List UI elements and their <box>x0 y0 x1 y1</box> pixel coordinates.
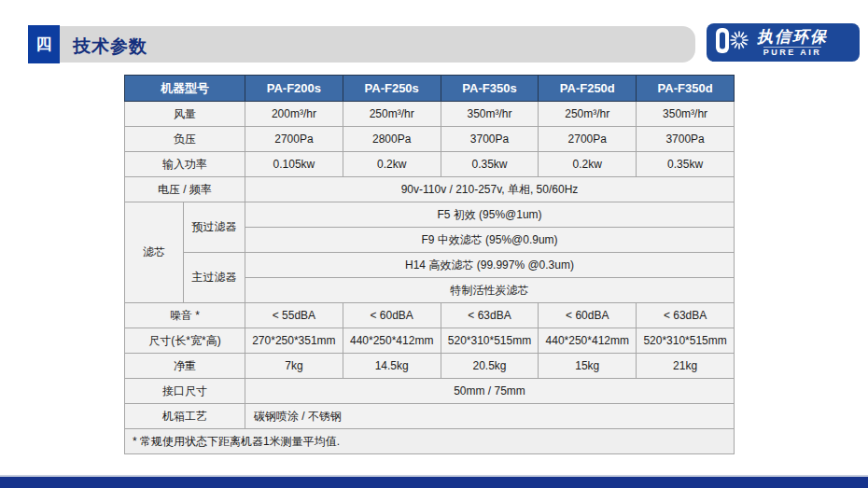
row-label: 风量 <box>125 102 245 127</box>
column-header-pa-f350s: PA-F350s <box>441 76 539 102</box>
spec-cell: 440*250*412mm <box>343 328 441 354</box>
spec-cell: 520*310*515mm <box>441 328 539 354</box>
table-footnote: * 常规使用状态下距离机器1米测量平均值. <box>125 429 735 454</box>
spec-cell: 440*250*412mm <box>539 328 637 354</box>
spec-cell: 3700Pa <box>441 127 539 152</box>
table-header-row: 机器型号 PA-F200s PA-F250s PA-F350s PA-F250d… <box>125 76 735 102</box>
spec-cell: 20.5kg <box>441 354 539 379</box>
spec-cell: 0.105kw <box>245 152 343 177</box>
column-header-model: 机器型号 <box>125 76 245 102</box>
spec-cell: 0.2kw <box>343 152 441 177</box>
column-header-pa-f350d: PA-F350d <box>637 76 735 102</box>
bottom-accent-bar <box>0 475 868 488</box>
row-label-main-filter: 主过滤器 <box>184 253 245 303</box>
row-airflow: 风量 200m³/hr 250m³/hr 350m³/hr 250m³/hr 3… <box>125 102 735 127</box>
spec-cell: < 55dBA <box>245 303 343 328</box>
spec-cell-merged: F5 初效 (95%@1um) <box>245 202 735 228</box>
spec-cell: 2700Pa <box>539 127 637 152</box>
spec-cell: 15kg <box>539 354 637 379</box>
row-label: 净重 <box>125 354 245 379</box>
spec-cell: 0.2kw <box>539 152 637 177</box>
spec-cell: 2700Pa <box>245 127 343 152</box>
spec-cell: < 60dBA <box>343 303 441 328</box>
row-label: 负压 <box>125 127 245 152</box>
row-input-power: 输入功率 0.105kw 0.2kw 0.35kw 0.2kw 0.35kw <box>125 152 735 177</box>
row-filter-main-1: 主过滤器 H14 高效滤芯 (99.997% @0.3um) <box>125 253 735 278</box>
spec-cell: < 63dBA <box>441 303 539 328</box>
spec-cell: 7kg <box>245 354 343 379</box>
section-number-badge: 四 <box>28 25 60 63</box>
row-label: 机箱工艺 <box>125 404 245 429</box>
row-label: 接口尺寸 <box>125 379 245 404</box>
spec-cell: 250m³/hr <box>343 102 441 127</box>
row-noise: 噪音 * < 55dBA < 60dBA < 63dBA < 60dBA < 6… <box>125 303 735 328</box>
row-label: 输入功率 <box>125 152 245 177</box>
spec-cell: 21kg <box>637 354 735 379</box>
spec-table-container: 机器型号 PA-F200s PA-F250s PA-F350s PA-F250d… <box>124 75 735 454</box>
row-negative-pressure: 负压 2700Pa 2800Pa 3700Pa 2700Pa 3700Pa <box>125 127 735 152</box>
spec-cell: 520*310*515mm <box>637 328 735 354</box>
spec-cell: 0.35kw <box>637 152 735 177</box>
spec-cell-merged: 特制活性炭滤芯 <box>245 278 735 303</box>
column-header-pa-f250d: PA-F250d <box>539 76 637 102</box>
spec-cell: 250m³/hr <box>539 102 637 127</box>
spec-cell: 14.5kg <box>343 354 441 379</box>
row-label: 电压 / 频率 <box>125 177 245 202</box>
fan-turbine-icon <box>714 25 751 61</box>
spec-cell-merged: 碳钢喷涂 / 不锈钢 <box>245 404 735 429</box>
spec-cell: 270*250*351mm <box>245 328 343 354</box>
row-label: 尺寸(长*宽*高) <box>125 328 245 354</box>
section-number: 四 <box>36 34 52 55</box>
row-chassis-finish: 机箱工艺 碳钢喷涂 / 不锈钢 <box>125 404 735 429</box>
row-label-filter-group: 滤芯 <box>125 202 184 303</box>
spec-table: 机器型号 PA-F200s PA-F250s PA-F350s PA-F250d… <box>124 75 735 454</box>
spec-cell: 350m³/hr <box>637 102 735 127</box>
row-port-size: 接口尺寸 50mm / 75mm <box>125 379 735 404</box>
brand-name: 执信环保 PURE AIR <box>757 29 828 57</box>
spec-cell-merged: H14 高效滤芯 (99.997% @0.3um) <box>245 253 735 278</box>
spec-cell-merged: 90v-110v / 210-257v, 单相, 50/60Hz <box>245 177 735 202</box>
spec-cell: 3700Pa <box>637 127 735 152</box>
spec-cell-merged: F9 中效滤芯 (95%@0.9um) <box>245 228 735 253</box>
row-voltage-frequency: 电压 / 频率 90v-110v / 210-257v, 单相, 50/60Hz <box>125 177 735 202</box>
brand-name-en: PURE AIR <box>763 47 822 57</box>
brand-logo: 执信环保 PURE AIR <box>707 23 860 62</box>
spec-cell-merged: 50mm / 75mm <box>245 379 735 404</box>
page-title: 技术参数 <box>73 35 147 59</box>
spec-cell: 2800Pa <box>343 127 441 152</box>
spec-cell: < 60dBA <box>539 303 637 328</box>
spec-cell: 0.35kw <box>441 152 539 177</box>
column-header-pa-f200s: PA-F200s <box>245 76 343 102</box>
row-label: 噪音 * <box>125 303 245 328</box>
row-dimensions: 尺寸(长*宽*高) 270*250*351mm 440*250*412mm 52… <box>125 328 735 354</box>
slide: 四 技术参数 <box>0 0 868 488</box>
spec-cell: < 63dBA <box>637 303 735 328</box>
row-filter-pre-1: 滤芯 预过滤器 F5 初效 (95%@1um) <box>125 202 735 228</box>
spec-cell: 350m³/hr <box>441 102 539 127</box>
row-label-pre-filter: 预过滤器 <box>184 202 245 253</box>
row-footnote: * 常规使用状态下距离机器1米测量平均值. <box>125 429 735 454</box>
row-net-weight: 净重 7kg 14.5kg 20.5kg 15kg 21kg <box>125 354 735 379</box>
brand-name-cn: 执信环保 <box>757 29 828 45</box>
column-header-pa-f250s: PA-F250s <box>343 76 441 102</box>
spec-cell: 200m³/hr <box>245 102 343 127</box>
